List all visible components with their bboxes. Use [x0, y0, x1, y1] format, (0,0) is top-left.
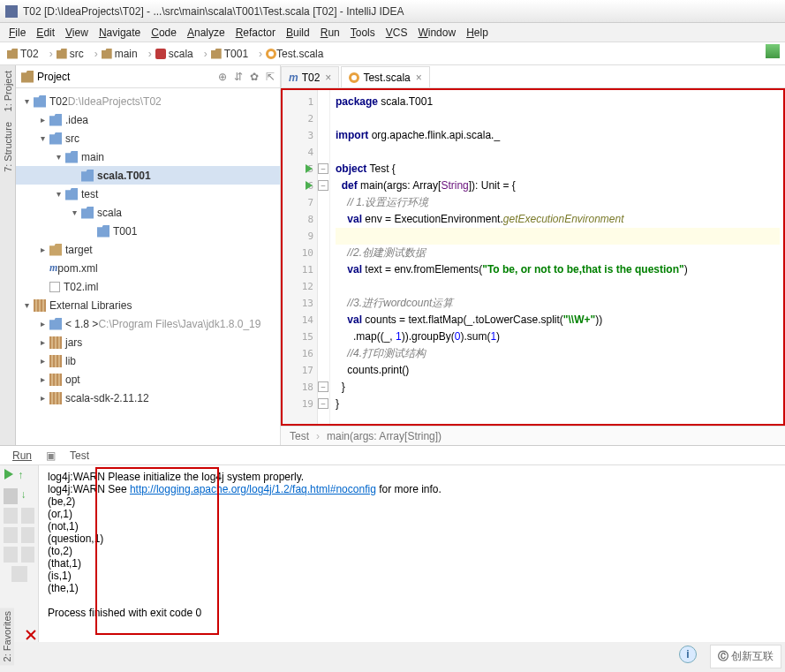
- run-gutter-icon[interactable]: [306, 181, 313, 190]
- tree-item-scala-t001[interactable]: scala.T001: [16, 166, 280, 185]
- clear-icon[interactable]: [4, 547, 18, 563]
- fold-icon[interactable]: −: [318, 381, 328, 392]
- print-icon[interactable]: [4, 527, 18, 543]
- fold-icon[interactable]: −: [318, 180, 328, 191]
- menu-navigate[interactable]: Navigate: [94, 24, 146, 42]
- build-indicator-icon[interactable]: [766, 44, 780, 58]
- export-icon[interactable]: [21, 527, 35, 543]
- rerun-icon[interactable]: [4, 469, 13, 479]
- tree-item--idea[interactable]: ▸.idea: [16, 110, 280, 129]
- project-scope-dropdown-icon[interactable]: ⊕: [218, 71, 227, 83]
- tree-item-test[interactable]: ▾test: [16, 185, 280, 203]
- favorites-tool-tab[interactable]: 2: Favorites: [0, 608, 14, 665]
- breadcrumb-method[interactable]: main(args: Array[String]): [327, 430, 442, 442]
- tree-twisty-icon[interactable]: ▸: [37, 337, 48, 347]
- up-icon[interactable]: ↑: [18, 469, 34, 485]
- toggle-soft-wrap-icon[interactable]: [4, 508, 18, 524]
- tree-item-scala[interactable]: ▾scala: [16, 203, 280, 222]
- tree-item-opt[interactable]: ▸opt: [16, 370, 280, 389]
- menu-analyze[interactable]: Analyze: [182, 24, 230, 42]
- code-line[interactable]: counts.print(): [336, 362, 780, 379]
- tree-twisty-icon[interactable]: ▾: [21, 96, 32, 106]
- menu-code[interactable]: Code: [146, 24, 182, 42]
- tree-item-lib[interactable]: ▸lib: [16, 351, 280, 370]
- project-tool-tab[interactable]: 1: Project: [1, 65, 15, 117]
- tree-item-pom-xml[interactable]: mpom.xml: [16, 259, 280, 277]
- fold-icon[interactable]: −: [318, 398, 328, 409]
- menu-build[interactable]: Build: [281, 24, 315, 42]
- test-tab[interactable]: Test: [63, 449, 96, 462]
- breadcrumb-src[interactable]: ›src: [42, 48, 87, 60]
- close-tab-icon[interactable]: ×: [416, 72, 422, 84]
- code-line[interactable]: [336, 110, 780, 127]
- breadcrumb-main[interactable]: ›main: [87, 48, 141, 60]
- tree-twisty-icon[interactable]: ▸: [37, 115, 48, 125]
- menu-window[interactable]: Window: [412, 24, 461, 42]
- tree-twisty-icon[interactable]: ▸: [37, 356, 48, 366]
- breadcrumb-class[interactable]: Test: [290, 430, 309, 442]
- tree-twisty-icon[interactable]: ▾: [53, 189, 64, 199]
- tree-item-external-libraries[interactable]: ▾External Libraries: [16, 296, 280, 314]
- filter-icon[interactable]: [21, 547, 35, 563]
- tree-item-src[interactable]: ▾src: [16, 129, 280, 147]
- tree-twisty-icon[interactable]: ▾: [21, 300, 32, 310]
- project-tree[interactable]: ▾T02 D:\IdeaProjects\T02▸.idea▾src▾mains…: [16, 88, 280, 445]
- tree-item-t02-iml[interactable]: T02.iml: [16, 277, 280, 296]
- menu-file[interactable]: File: [4, 24, 31, 42]
- code-line[interactable]: def main(args: Array[String]): Unit = {: [336, 177, 780, 194]
- code-line[interactable]: .map((_, 1)).groupBy(0).sum(1): [336, 328, 780, 345]
- tree-twisty-icon[interactable]: ▾: [37, 133, 48, 143]
- code-line[interactable]: [336, 144, 780, 161]
- code-line[interactable]: [336, 228, 780, 245]
- code-line[interactable]: package scala.T001: [336, 94, 780, 110]
- code-line[interactable]: }: [336, 379, 780, 396]
- tree-twisty-icon[interactable]: ▸: [37, 245, 48, 254]
- code-line[interactable]: //4.打印测试结构: [336, 345, 780, 362]
- tree-item-scala-sdk-2-11-12[interactable]: ▸scala-sdk-2.11.12: [16, 389, 280, 407]
- menu-view[interactable]: View: [60, 24, 94, 42]
- down-icon[interactable]: ↓: [21, 488, 35, 504]
- console-output[interactable]: log4j:WARN Please initialize the log4j s…: [39, 465, 785, 642]
- code-line[interactable]: // 1.设置运行环境: [336, 194, 780, 211]
- menu-vcs[interactable]: VCS: [381, 24, 413, 42]
- tree-item-t02[interactable]: ▾T02 D:\IdeaProjects\T02: [16, 92, 280, 110]
- tree-twisty-icon[interactable]: ▾: [53, 152, 64, 162]
- editor-tab-t02[interactable]: mT02×: [281, 66, 339, 87]
- stop-icon[interactable]: [4, 488, 18, 504]
- project-settings-icon[interactable]: ✿: [250, 71, 259, 83]
- code-area[interactable]: package scala.T001 import org.apache.fli…: [330, 90, 783, 424]
- tree-item-t001[interactable]: T001: [16, 222, 280, 240]
- code-line[interactable]: [336, 278, 780, 295]
- code-line[interactable]: val counts = text.flatMap(_.toLowerCase.…: [336, 312, 780, 328]
- console-link[interactable]: http://logging.apache.org/log4j/1.2/faq.…: [130, 483, 376, 495]
- info-icon[interactable]: i: [679, 646, 697, 663]
- code-line[interactable]: //2.创建测试数据: [336, 245, 780, 261]
- project-hide-icon[interactable]: ⇱: [266, 71, 275, 83]
- structure-tool-tab[interactable]: 7: Structure: [1, 117, 15, 177]
- close-icon[interactable]: [25, 629, 37, 641]
- menu-help[interactable]: Help: [461, 24, 494, 42]
- menu-run[interactable]: Run: [315, 24, 345, 42]
- run-tab[interactable]: Run: [5, 449, 39, 462]
- tree-item-target[interactable]: ▸target: [16, 240, 280, 259]
- close-tab-icon[interactable]: ×: [325, 72, 331, 84]
- trash-icon[interactable]: [11, 566, 27, 582]
- tree-item-main[interactable]: ▾main: [16, 147, 280, 166]
- tree-item-jars[interactable]: ▸jars: [16, 333, 280, 351]
- tree-twisty-icon[interactable]: ▸: [37, 319, 48, 328]
- menu-tools[interactable]: Tools: [345, 24, 381, 42]
- code-line[interactable]: val env = ExecutionEnvironment.getExecut…: [336, 211, 780, 228]
- code-line[interactable]: //3.进行wordcount运算: [336, 295, 780, 312]
- breadcrumb-t02[interactable]: T02: [4, 48, 42, 60]
- project-collapse-icon[interactable]: ⇵: [234, 71, 243, 83]
- tree-twisty-icon[interactable]: ▸: [37, 374, 48, 384]
- tree-twisty-icon[interactable]: ▾: [69, 208, 79, 217]
- menu-refactor[interactable]: Refactor: [230, 24, 281, 42]
- code-line[interactable]: val text = env.fromElements("To be, or n…: [336, 261, 780, 278]
- code-line[interactable]: import org.apache.flink.api.scala._: [336, 127, 780, 144]
- breadcrumb-t001[interactable]: ›T001: [197, 48, 252, 60]
- run-gutter-icon[interactable]: [306, 164, 313, 173]
- editor-tab-test-scala[interactable]: Test.scala×: [341, 66, 429, 87]
- scroll-icon[interactable]: [21, 508, 35, 524]
- breadcrumb-scala[interactable]: ›scala: [141, 48, 197, 60]
